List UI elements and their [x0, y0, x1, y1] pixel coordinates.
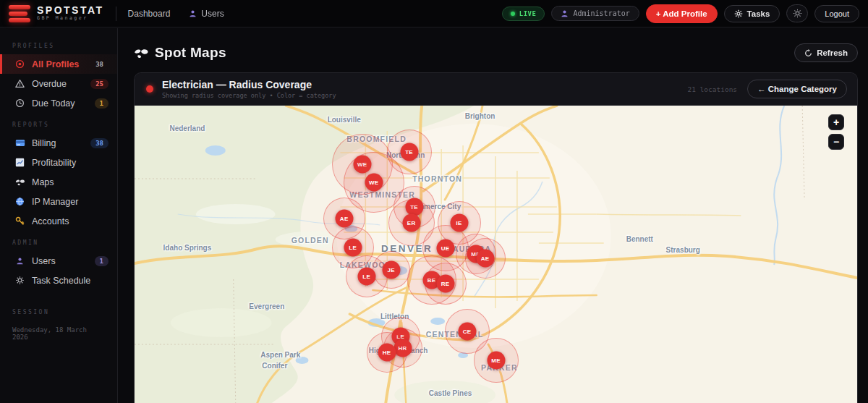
nav-divider [116, 7, 116, 21]
sidebar-section-profiles: PROFILES [0, 34, 117, 54]
sidebar-item-label: Users [32, 256, 88, 266]
sidebar-item-label: Task Schedule [32, 276, 109, 286]
session-date: Wednesday, 18 March 2026 [0, 321, 117, 347]
add-profile-button[interactable]: + Add Profile [646, 4, 718, 23]
globe-icon [14, 197, 25, 206]
brand-subtitle: GBP Manager [37, 15, 104, 21]
gear-icon [734, 9, 743, 18]
sidebar-item-label: Overdue [32, 79, 84, 89]
sidebar-item-label: Accounts [32, 216, 109, 226]
sidebar-item-overdue[interactable]: Overdue25 [0, 74, 117, 93]
logout-button[interactable]: Logout [814, 5, 859, 22]
refresh-button[interactable]: Refresh [794, 43, 858, 62]
marker-dot: LE [357, 267, 375, 285]
brand-name: SPOTSTAT [37, 6, 104, 15]
sidebar-item-all-profiles[interactable]: All Profiles38 [0, 54, 117, 74]
sidebar-section-admin: ADMIN [0, 231, 117, 251]
user-role-badge[interactable]: Administrator [551, 6, 639, 21]
change-category-button[interactable]: ← Change Category [747, 80, 847, 98]
zoom-in-button[interactable]: + [828, 114, 844, 130]
sidebar-item-due-today[interactable]: Due Today1 [0, 93, 117, 113]
sun-settings-icon [793, 9, 802, 18]
count-badge: 1 [95, 256, 109, 266]
sidebar-section-session: SESSION [0, 300, 117, 321]
marker-dot: CE [458, 322, 476, 340]
sidebar-item-profitability[interactable]: Profitability [0, 153, 117, 172]
map-zoom-controls: + − [828, 114, 844, 150]
live-dot-icon [511, 12, 515, 16]
user-icon [189, 9, 197, 17]
marker-dot: LE [344, 239, 362, 257]
marker-dot: WE [365, 174, 383, 192]
zoom-out-button[interactable]: − [828, 134, 844, 150]
tasks-button[interactable]: Tasks [724, 5, 780, 22]
page-title: Spot Maps [134, 45, 226, 61]
target-icon [14, 59, 25, 69]
nav-link-dashboard[interactable]: Dashboard [128, 9, 171, 19]
marker-dot: ER [402, 213, 420, 232]
sidebar-item-users[interactable]: Users1 [0, 251, 117, 271]
main-content: Spot Maps Refresh Electrician — Radius C… [119, 28, 868, 403]
clock-icon [14, 98, 25, 108]
world-map-icon [134, 47, 149, 59]
sidebar-item-label: Maps [32, 177, 109, 187]
settings-button[interactable] [786, 4, 808, 22]
count-badge: 1 [95, 98, 109, 109]
map-icon [14, 178, 25, 187]
category-color-dot [146, 85, 153, 93]
live-status-badge: LIVE [502, 7, 545, 21]
marker-dot: UE [436, 239, 454, 257]
marker-dot: TE [400, 143, 418, 161]
locations-count: 21 locations [687, 85, 737, 93]
key-icon [14, 216, 25, 226]
marker-dot: ME [487, 351, 505, 369]
sidebar-item-billing[interactable]: Billing38 [0, 133, 117, 153]
count-badge: 38 [90, 138, 109, 148]
sidebar-item-maps[interactable]: Maps [0, 172, 117, 192]
marker-dot: AE [476, 249, 494, 267]
sidebar: PROFILESAll Profiles38Overdue25Due Today… [0, 28, 118, 403]
card-subtitle: Showing radius coverage only • Color = c… [162, 92, 336, 99]
user-icon [14, 257, 25, 265]
brand-logo[interactable]: SPOTSTAT GBP Manager [9, 5, 104, 22]
sidebar-item-ip-manager[interactable]: IP Manager [0, 192, 117, 211]
warning-icon [14, 79, 25, 88]
marker-dot: RE [436, 275, 454, 293]
sidebar-item-label: Due Today [32, 98, 88, 109]
logo-bars-icon [9, 5, 30, 22]
marker-dot: HE [378, 344, 396, 362]
gear-icon [14, 276, 25, 285]
billing-icon [14, 138, 25, 148]
refresh-icon [804, 49, 812, 57]
sidebar-item-label: All Profiles [32, 59, 84, 69]
sidebar-item-label: Billing [32, 138, 84, 148]
sidebar-item-label: Profitability [32, 158, 109, 168]
nav-link-users[interactable]: Users [189, 9, 224, 19]
sidebar-item-accounts[interactable]: Accounts [0, 211, 117, 231]
marker-dot: AE [335, 210, 353, 228]
user-icon [561, 9, 569, 17]
map-canvas[interactable]: NederlandLouisvilleBrightonBROOMFIELDNor… [135, 106, 857, 403]
map-card: Electrician — Radius Coverage Showing ra… [134, 72, 858, 403]
chart-icon [14, 158, 25, 167]
top-navbar: SPOTSTAT GBP Manager Dashboard Users LIV… [0, 0, 868, 27]
card-title: Electrician — Radius Coverage [162, 79, 336, 90]
sidebar-item-task-schedule[interactable]: Task Schedule [0, 271, 117, 290]
sidebar-item-label: IP Manager [32, 197, 109, 207]
count-badge: 25 [90, 79, 109, 89]
sidebar-section-reports: REPORTS [0, 113, 117, 133]
count-badge: 38 [90, 59, 109, 69]
